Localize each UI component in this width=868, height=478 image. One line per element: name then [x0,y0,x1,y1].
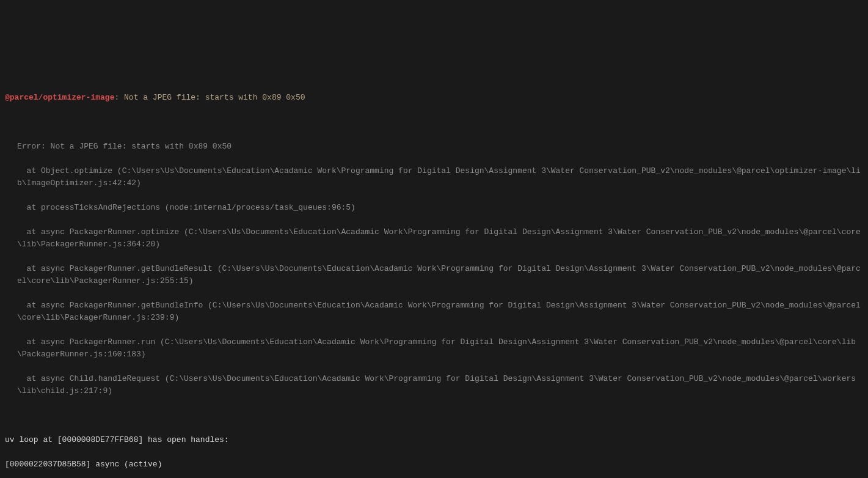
error-header-line: @parcel/optimizer-image: Not a JPEG file… [5,92,863,104]
uvloop-line: uv loop at [0000008DE77FFB68] has open h… [5,434,863,446]
stack-line: at Object.optimize (C:\Users\Us\Document… [5,165,863,189]
stack-line: Error: Not a JPEG file: starts with 0x89… [5,141,863,153]
error-message: : Not a JPEG file: starts with 0x89 0x50 [114,93,305,102]
stack-line: at async PackagerRunner.optimize (C:\Use… [5,226,863,251]
stack-line: at processTicksAndRejections (node:inter… [5,202,863,214]
stack-line: at async PackagerRunner.run (C:\Users\Us… [5,336,863,361]
stack-line: at async PackagerRunner.getBundleInfo (C… [5,300,863,324]
stack-line: at async Child.handleRequest (C:\Users\U… [5,373,863,397]
blank-line [5,410,863,422]
blank-line [5,67,863,79]
stack-line: at async PackagerRunner.getBundleResult … [5,263,863,287]
blank-line [5,116,863,128]
terminal-output[interactable]: @parcel/optimizer-image: Not a JPEG file… [5,55,863,478]
uvloop-line: [0000022037D85B58] async (active) [5,458,863,471]
error-source: @parcel/optimizer-image [5,93,114,102]
